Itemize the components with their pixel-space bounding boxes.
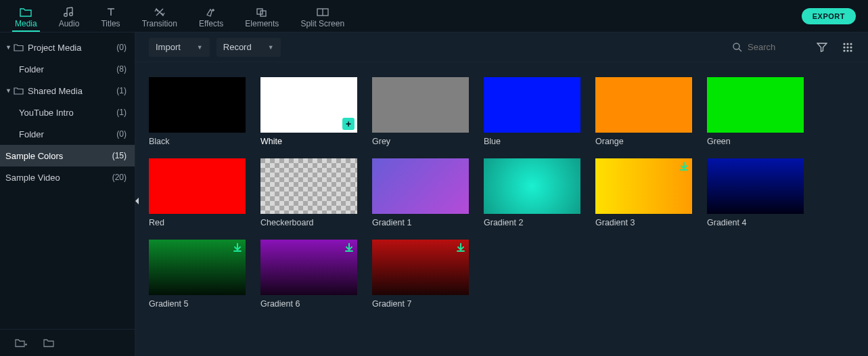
sidebar-item-label: Sample Colors <box>5 151 112 161</box>
swatch-thumbnail <box>260 158 357 214</box>
new-folder-button[interactable] <box>15 338 27 348</box>
svg-point-0 <box>64 13 68 16</box>
search-icon <box>732 42 742 52</box>
download-icon[interactable] <box>455 242 466 253</box>
sidebar-item-count: (0) <box>116 43 127 52</box>
swatch-label: Gradient 7 <box>372 299 469 309</box>
sidebar-item-youtube-intro[interactable]: YouTube Intro(1) <box>0 102 135 123</box>
swatch-blue[interactable]: Blue <box>484 77 580 146</box>
tab-label: Effects <box>199 19 223 28</box>
sidebar-item-sample-colors[interactable]: Sample Colors(15) <box>0 145 135 166</box>
swatch-thumbnail <box>149 240 246 295</box>
swatch-label: Black <box>149 137 246 146</box>
sidebar-item-count: (15) <box>112 151 127 160</box>
swatch-checkerboard[interactable]: Checkerboard <box>260 158 357 227</box>
sidebar-item-count: (1) <box>116 86 127 95</box>
svg-point-11 <box>850 46 852 48</box>
media-sidebar: ▼Project Media(0)Folder(8)▼Shared Media(… <box>0 32 135 356</box>
sidebar-item-folder[interactable]: Folder(8) <box>0 58 135 80</box>
sidebar-item-label: Folder <box>19 64 116 74</box>
search-input[interactable] <box>748 42 802 52</box>
import-label: Import <box>156 42 181 52</box>
record-dropdown[interactable]: Record ▼ <box>216 38 281 57</box>
swatch-orange[interactable]: Orange <box>595 77 692 146</box>
swatch-thumbnail <box>707 158 804 214</box>
download-icon[interactable] <box>344 242 355 253</box>
tab-elements[interactable]: Elements <box>242 0 281 32</box>
swatch-gradient-4[interactable]: Gradient 4 <box>707 158 804 227</box>
svg-point-6 <box>843 43 845 45</box>
sidebar-item-shared-media[interactable]: ▼Shared Media(1) <box>0 80 135 102</box>
swatch-gradient-3[interactable]: Gradient 3 <box>595 158 692 227</box>
export-button[interactable]: EXPORT <box>802 8 856 24</box>
swatch-label: Checkerboard <box>260 218 357 227</box>
swatch-label: Gradient 5 <box>149 299 246 309</box>
download-icon[interactable] <box>232 242 243 253</box>
import-dropdown[interactable]: Import ▼ <box>149 38 210 57</box>
effects-icon <box>205 7 217 18</box>
sidebar-item-count: (1) <box>116 108 127 117</box>
folder-button[interactable] <box>43 338 55 348</box>
tab-transition[interactable]: Transition <box>139 0 180 32</box>
filter-button[interactable] <box>813 38 831 57</box>
swatch-thumbnail <box>372 240 469 295</box>
media-icon <box>19 7 32 18</box>
svg-point-13 <box>846 49 848 51</box>
sidebar-item-folder[interactable]: Folder(0) <box>0 123 135 145</box>
sidebar-item-label: YouTube Intro <box>19 108 116 118</box>
svg-point-9 <box>843 46 845 48</box>
swatch-label: Blue <box>484 137 580 146</box>
svg-point-1 <box>70 12 73 16</box>
folder-icon <box>14 43 24 51</box>
swatch-thumbnail <box>372 158 469 214</box>
swatch-green[interactable]: Green <box>707 77 804 146</box>
tab-media[interactable]: Media <box>12 0 40 32</box>
transition-icon <box>154 7 166 18</box>
swatch-thumbnail <box>595 77 692 133</box>
swatch-gradient-2[interactable]: Gradient 2 <box>484 158 580 227</box>
swatch-black[interactable]: Black <box>149 77 246 146</box>
swatch-thumbnail: + <box>260 77 357 133</box>
swatch-thumbnail <box>149 158 246 214</box>
tab-label: Media <box>15 19 37 28</box>
tab-label: Audio <box>59 19 80 28</box>
grid-view-button[interactable] <box>838 38 857 57</box>
tab-splitscreen[interactable]: Split Screen <box>298 0 347 32</box>
sidebar-item-project-media[interactable]: ▼Project Media(0) <box>0 37 135 58</box>
add-icon[interactable]: + <box>342 118 355 130</box>
audio-icon <box>63 7 75 18</box>
swatch-label: Gradient 4 <box>707 218 804 227</box>
tab-audio[interactable]: Audio <box>56 0 83 32</box>
swatch-thumbnail <box>707 77 804 133</box>
swatch-gradient-7[interactable]: Gradient 7 <box>372 240 469 309</box>
titles-icon <box>106 7 116 18</box>
chevron-down-icon: ▼ <box>197 44 203 51</box>
swatch-gradient-6[interactable]: Gradient 6 <box>260 240 357 309</box>
download-icon[interactable] <box>679 161 689 172</box>
sidebar-item-count: (0) <box>116 129 127 139</box>
svg-point-5 <box>733 43 739 49</box>
swatch-thumbnail <box>484 77 580 133</box>
swatch-label: Green <box>707 137 804 146</box>
caret-down-icon: ▼ <box>5 44 12 51</box>
swatch-label: Gradient 1 <box>372 218 469 227</box>
tab-effects[interactable]: Effects <box>196 0 226 32</box>
swatch-red[interactable]: Red <box>149 158 246 227</box>
tab-label: Titles <box>101 19 120 28</box>
swatch-thumbnail <box>484 158 580 214</box>
tab-titles[interactable]: Titles <box>98 0 122 32</box>
svg-point-10 <box>846 46 848 48</box>
sidebar-collapse-handle[interactable] <box>135 194 139 208</box>
swatch-label: Gradient 6 <box>260 299 357 309</box>
sidebar-item-label: Project Media <box>28 43 116 53</box>
swatch-label: Gradient 3 <box>595 218 692 227</box>
swatch-grey[interactable]: Grey <box>372 77 469 146</box>
sidebar-item-sample-video[interactable]: Sample Video(20) <box>0 166 135 188</box>
swatch-label: White <box>260 137 357 146</box>
top-tabs-bar: MediaAudioTitlesTransitionEffectsElement… <box>0 0 868 32</box>
swatch-label: Red <box>149 218 246 227</box>
search-box[interactable] <box>728 38 806 57</box>
swatch-gradient-1[interactable]: Gradient 1 <box>372 158 469 227</box>
swatch-gradient-5[interactable]: Gradient 5 <box>149 240 246 309</box>
swatch-white[interactable]: +White <box>260 77 357 146</box>
